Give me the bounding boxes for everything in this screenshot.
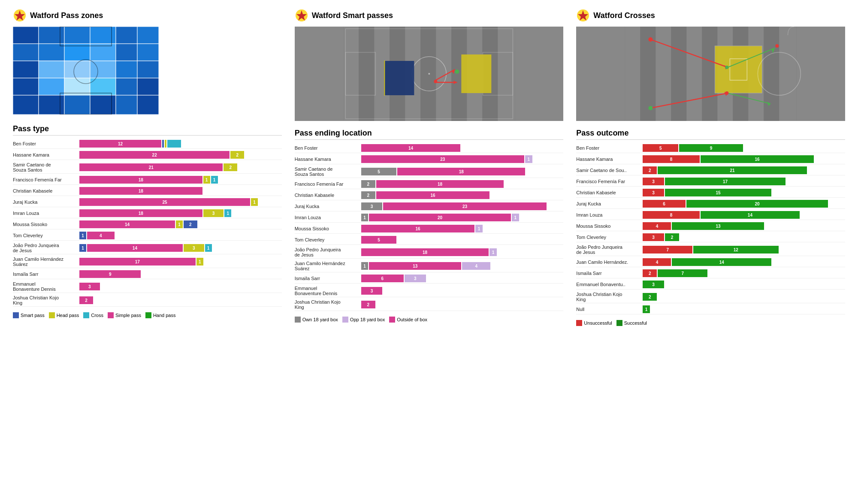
bar-segment: 17 <box>79 258 196 266</box>
heatmap-pass-zones <box>13 27 282 117</box>
bar-segment: 5 <box>643 144 678 152</box>
bar-area: 3 <box>643 281 845 288</box>
bar-segment: 3 <box>184 244 204 252</box>
svg-rect-76 <box>779 27 797 121</box>
player-label: Tom Cleverley <box>295 237 361 242</box>
bar-area: 18 <box>79 187 282 195</box>
bar-segment: 3 <box>405 275 426 282</box>
bar-segment: 21 <box>658 166 807 174</box>
bar-segment: 3 <box>643 281 664 288</box>
bar-segment: 2 <box>230 151 244 159</box>
player-label: Joshua Christian Kojo King <box>13 295 79 305</box>
bar-segment: 20 <box>686 200 828 208</box>
legend-color-unsuccessful <box>576 320 582 326</box>
player-label: Imran Louza <box>295 215 361 220</box>
svg-point-92 <box>725 91 729 95</box>
bar-segment: 8 <box>643 211 699 219</box>
player-label: Emmanuel Bonaventure Dennis <box>295 286 361 296</box>
bar-row: Ismaïla Sarr27 <box>576 269 845 278</box>
bar-segment: 5 <box>361 168 397 175</box>
panel-smart-passes: Watford Smart passes <box>295 9 564 326</box>
bar-row: Hassane Kamara231 <box>295 154 564 164</box>
player-label: Moussa Sissoko <box>576 223 643 229</box>
player-label: Juraj Kucka <box>295 204 361 209</box>
bar-area: 1134 <box>361 262 564 270</box>
bar-row: Tom Cleverley5 <box>295 235 564 245</box>
player-label: Francisco Femenía Far <box>13 177 79 182</box>
bar-row: Moussa Sissoko1412 <box>13 220 282 229</box>
panel-title-crosses: Watford Crosses <box>593 11 655 20</box>
svg-rect-8 <box>13 44 39 61</box>
svg-rect-14 <box>13 61 39 78</box>
bar-segment: 4 <box>643 222 671 230</box>
bar-segment <box>167 140 181 148</box>
bar-segment: 2 <box>665 233 679 241</box>
player-label: Tom Cleverley <box>13 233 79 238</box>
player-label: Juan Camilo Hernández Suárez <box>295 261 361 271</box>
bar-row: João Pedro Junqueira de Jesus181 <box>295 246 564 259</box>
svg-rect-18 <box>116 61 137 78</box>
bar-row: Ben Foster12 <box>13 139 282 149</box>
bar-area: 171 <box>79 258 282 266</box>
player-label: Juan Camilo Hernández Suárez <box>13 257 79 267</box>
svg-rect-27 <box>39 95 64 115</box>
bar-segment: 16 <box>361 225 475 232</box>
bar-row: Tom Cleverley14 <box>13 231 282 241</box>
smart-passes-field <box>295 27 564 121</box>
section-title-ending: Pass ending location <box>295 129 564 140</box>
bar-segment: 1 <box>525 155 532 163</box>
bar-area: 251 <box>79 198 282 206</box>
section-title-pass-type: Pass type <box>13 124 282 136</box>
bar-row: João Pedro Junqueira de Jesus11431 <box>13 242 282 254</box>
player-label: Ben Foster <box>13 141 79 146</box>
player-label: Joshua Christian Kojo King <box>295 299 361 310</box>
bar-segment: 2 <box>643 293 657 301</box>
player-label: Francisco Femenía Far <box>295 181 361 187</box>
bar-row: João Pedro Junqueira de Jesus712 <box>576 244 845 256</box>
player-label: Juraj Kucka <box>13 199 79 205</box>
bar-row: Null1 <box>576 305 845 314</box>
bar-row: Samir Caetano de Souza Santos518 <box>295 166 564 178</box>
player-label: Christian Kabasele <box>576 190 643 195</box>
bar-row: Samir Caetano de Souza Santos212 <box>13 161 282 174</box>
bar-segment: 3 <box>361 202 383 210</box>
player-label: Ben Foster <box>576 145 643 151</box>
svg-rect-69 <box>671 27 687 121</box>
main-container: Watford Pass zones <box>0 0 858 335</box>
bar-area: 1831 <box>79 209 282 217</box>
svg-rect-66 <box>625 27 640 121</box>
panel-header-crosses: Watford Crosses <box>576 9 845 22</box>
bar-row: Christian Kabasele315 <box>576 188 845 198</box>
bar-segment: 6 <box>643 200 685 208</box>
bar-segment: 17 <box>665 178 785 185</box>
bar-segment: 9 <box>79 270 141 278</box>
bar-area: 1811 <box>79 176 282 184</box>
player-label: Ben Foster <box>295 145 361 151</box>
bar-row: Christian Kabasele216 <box>295 190 564 200</box>
bar-row: Ismaïla Sarr63 <box>295 274 564 284</box>
bar-segment: 8 <box>643 155 699 163</box>
player-label: Francisco Femenía Far <box>576 179 643 184</box>
panel-title-pass-zones: Watford Pass zones <box>30 11 103 20</box>
bar-area: 11431 <box>79 244 282 252</box>
bar-area: 315 <box>643 189 845 196</box>
legend-color-cross <box>83 312 89 318</box>
bar-segment: 14 <box>361 144 461 152</box>
svg-rect-39 <box>359 27 374 121</box>
bar-row: Hassane Kamara222 <box>13 150 282 160</box>
pass-outcome-legend: Unsuccessful Successful <box>576 320 845 326</box>
bar-segment: 2 <box>184 220 197 228</box>
svg-rect-28 <box>64 95 90 115</box>
pass-type-legend: Smart pass Head pass Cross Simple pass H… <box>13 312 282 318</box>
bar-area: 1412 <box>79 220 282 228</box>
bar-segment: 2 <box>361 180 375 188</box>
bar-area: 59 <box>643 144 845 152</box>
bar-segment: 4 <box>462 262 490 270</box>
pass-ending-legend: Own 18 yard box Opp 18 yard box Outside … <box>295 317 564 323</box>
bar-segment: 1 <box>211 176 218 184</box>
player-label: João Pedro Junqueira de Jesus <box>13 243 79 253</box>
svg-point-51 <box>428 73 430 75</box>
bar-row: Juan Camilo Hernández.414 <box>576 257 845 267</box>
legend-hand-pass: Hand pass <box>145 312 176 318</box>
bar-row: Imran Louza1201 <box>295 213 564 223</box>
